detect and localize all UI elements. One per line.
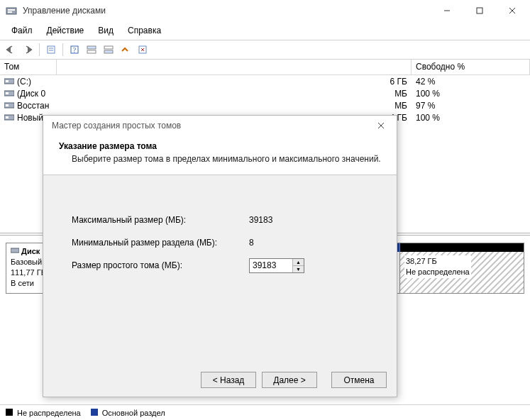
- volume-icon: [4, 114, 14, 121]
- svg-rect-7: [48, 46, 55, 53]
- toolbar-separator: [62, 43, 63, 56]
- svg-rect-18: [6, 80, 9, 82]
- view-bottom-button[interactable]: [101, 42, 116, 57]
- unalloc-label: Не распределена: [406, 267, 470, 277]
- col-header-free[interactable]: Свободно %: [412, 60, 530, 74]
- refresh-button[interactable]: [118, 42, 133, 57]
- legend-unallocated: Не распределена: [6, 409, 81, 417]
- svg-rect-12: [87, 46, 96, 49]
- legend-swatch-black: [6, 409, 13, 416]
- svg-rect-25: [11, 248, 19, 253]
- dialog-close-button[interactable]: [370, 116, 392, 135]
- volume-icon: [4, 89, 14, 97]
- volume-icon: [4, 77, 14, 85]
- volume-row[interactable]: (C:)6 ГБ42 %: [0, 75, 530, 87]
- svg-text:?: ?: [73, 46, 77, 54]
- properties-button[interactable]: [43, 42, 59, 57]
- volume-size-spinner[interactable]: ▲ ▼: [249, 258, 304, 273]
- disk-status: В сети: [11, 279, 34, 287]
- volume-row[interactable]: (Диск 0МБ100 %: [0, 87, 530, 99]
- legend-bar: Не распределена Основной раздел: [0, 404, 530, 420]
- dialog-body: Максимальный размер (МБ): 39183 Минималь…: [43, 175, 397, 365]
- menubar: Файл Действие Вид Справка: [0, 21, 530, 40]
- dialog-footer: < Назад Далее > Отмена: [43, 365, 397, 397]
- svg-rect-0: [6, 8, 16, 14]
- dialog-header: Указание размера тома Выберите размер то…: [43, 136, 397, 175]
- svg-rect-1: [8, 9, 15, 11]
- max-size-label: Максимальный размер (МБ):: [72, 215, 249, 225]
- svg-rect-15: [104, 50, 113, 53]
- spinner-down-button[interactable]: ▼: [293, 266, 304, 272]
- menu-action[interactable]: Действие: [40, 23, 92, 38]
- col-header-size[interactable]: [57, 60, 412, 74]
- dialog-title: Мастер создания простых томов: [52, 121, 181, 131]
- legend-swatch-blue: [91, 409, 98, 416]
- dialog-heading: Указание размера тома: [59, 141, 381, 151]
- col-header-volume[interactable]: Том: [0, 60, 57, 74]
- disk-name: Диск: [21, 247, 40, 255]
- dialog-subheading: Выберите размер тома в пределах минималь…: [59, 153, 381, 165]
- unalloc-size: 38,27 ГБ: [406, 256, 470, 267]
- dialog-titlebar: Мастер создания простых томов: [43, 116, 397, 136]
- list-button[interactable]: [135, 42, 150, 57]
- window-close-button[interactable]: [496, 0, 529, 21]
- partition-unallocated[interactable]: 38,27 ГБ Не распределена: [400, 243, 524, 293]
- toolbar: ?: [0, 40, 530, 60]
- svg-rect-2: [8, 11, 12, 13]
- volume-row[interactable]: ВосстанМБ97 %: [0, 99, 530, 111]
- disk-type: Базовый: [11, 258, 42, 266]
- svg-rect-13: [87, 50, 96, 53]
- svg-rect-20: [6, 92, 9, 94]
- content-area: Том Свободно % (C:)6 ГБ42 %(Диск 0МБ100 …: [0, 60, 530, 404]
- help-button[interactable]: ?: [67, 42, 82, 57]
- disk-capacity: 111,77 ГБ: [11, 268, 46, 277]
- svg-rect-24: [6, 116, 9, 118]
- next-button[interactable]: Далее >: [262, 372, 317, 388]
- volume-list-header: Том Свободно %: [0, 60, 530, 75]
- view-top-button[interactable]: [84, 42, 99, 57]
- min-size-value: 8: [249, 238, 254, 248]
- window-maximize-button[interactable]: [463, 0, 496, 21]
- volume-size-label: Размер простого тома (МБ):: [72, 260, 249, 270]
- min-size-label: Минимальный размер раздела (МБ):: [72, 238, 249, 248]
- nav-back-button[interactable]: [3, 42, 18, 57]
- toolbar-separator: [39, 43, 40, 56]
- menu-view[interactable]: Вид: [91, 23, 121, 38]
- svg-rect-22: [6, 104, 9, 106]
- disk-mgmt-app-icon: [6, 5, 17, 16]
- cancel-button[interactable]: Отмена: [331, 372, 387, 388]
- nav-forward-button[interactable]: [20, 42, 35, 57]
- simple-volume-wizard-dialog: Мастер создания простых томов Указание р…: [43, 115, 397, 397]
- volume-icon: [4, 101, 14, 109]
- window-minimize-button[interactable]: [431, 0, 463, 21]
- legend-primary: Основной раздел: [91, 409, 165, 417]
- disk-icon: [11, 246, 19, 253]
- menu-file[interactable]: Файл: [4, 23, 40, 38]
- spinner-up-button[interactable]: ▲: [293, 259, 304, 266]
- max-size-value: 39183: [249, 215, 272, 225]
- svg-rect-14: [104, 46, 113, 49]
- volume-size-input[interactable]: [250, 259, 292, 272]
- back-button[interactable]: < Назад: [201, 372, 256, 388]
- window-title: Управление дисками: [23, 6, 106, 16]
- titlebar: Управление дисками: [0, 0, 530, 21]
- menu-help[interactable]: Справка: [121, 23, 168, 38]
- svg-rect-4: [477, 8, 482, 13]
